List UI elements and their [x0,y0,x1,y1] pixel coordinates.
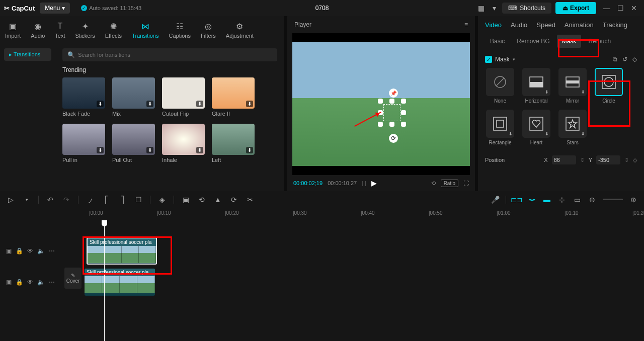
mask-mirror[interactable]: ⬇Mirror [557,68,588,104]
transition-item[interactable]: ⬇Mix [112,77,155,117]
transition-item[interactable]: ⬇Pull Out [112,124,155,163]
mask-stars[interactable]: ⬇Stars [557,110,588,145]
sub-tab-removebg[interactable]: Remove BG [512,35,554,48]
mask-horizontal[interactable]: ⬇Horizontal [521,68,551,104]
menu-button[interactable]: Menu ▾ [40,3,70,14]
bars-icon[interactable]: ||| [362,180,366,186]
ratio-button[interactable]: Ratio [441,180,458,187]
selection-tool[interactable]: ▷ [6,196,15,204]
close-button[interactable]: ✕ [631,4,637,12]
split-right-button[interactable]: ⎤ [118,196,127,204]
mask-heart[interactable]: ⬇Heart [521,110,551,145]
timeline-ruler[interactable]: |00:00 |00:10 |00:20 |00:30 |00:40 |00:5… [0,208,644,220]
scan-icon[interactable]: ⟲ [431,180,436,187]
chevron-down-icon[interactable]: ▾ [22,196,31,204]
expand-icon[interactable]: ▣ [6,247,12,254]
play-button[interactable]: ▶ [371,179,377,187]
tab-audio[interactable]: ◉Audio [26,19,50,41]
right-tab-animation[interactable]: Animation [565,21,594,29]
crop-button[interactable]: ✂ [246,196,255,204]
mute-icon[interactable]: 🔈 [37,279,45,286]
split-button[interactable]: ⵰ [86,196,95,204]
reset-icon[interactable]: ↺ [622,56,627,63]
transition-item[interactable]: ⬇Glare II [212,77,255,117]
mask-none[interactable]: None [485,68,515,104]
preview-button[interactable]: ▭ [573,196,582,204]
mirror-button[interactable]: ▲ [213,196,222,204]
search-field[interactable] [78,52,272,58]
keyframe-icon[interactable]: ◇ [632,56,637,63]
shortcuts-button[interactable]: ⌨ Shortcuts [502,3,551,14]
tab-effects[interactable]: ✺Effects [100,19,127,41]
mask-rectangle[interactable]: ⬇Rectangle [485,110,515,145]
minimize-button[interactable]: — [603,4,610,12]
tab-filters[interactable]: ◎Filters [196,19,221,41]
sidebar-item-transitions[interactable]: ▸ Transitions [4,48,51,61]
download-icon[interactable]: ⬇ [196,147,203,153]
maximize-button[interactable]: ☐ [617,4,624,12]
rotate-button[interactable]: ⟳ [229,196,238,204]
right-tab-speed[interactable]: Speed [536,21,555,29]
link-button[interactable]: ⫘ [527,196,536,204]
download-icon[interactable]: ⬇ [97,147,104,153]
zoom-in-button[interactable]: ⊕ [629,196,638,204]
mask-transform-handles[interactable] [380,101,404,124]
zoom-out-button[interactable]: ⊖ [588,196,597,204]
sub-tab-basic[interactable]: Basic [485,35,510,48]
rotate-icon[interactable]: ⟳ [389,134,398,143]
search-input[interactable]: 🔍 [62,48,277,61]
split-left-button[interactable]: ⎡ [102,196,111,204]
copy-icon[interactable]: ⧉ [613,56,617,63]
snap-button[interactable]: ▬ [542,196,551,204]
more-icon[interactable]: ⋯ [49,247,55,254]
tab-transitions[interactable]: ⋈Transitions [127,19,164,41]
cover-button[interactable]: ✎ Cover [64,268,82,289]
right-tab-tracking[interactable]: Tracking [603,21,627,29]
tab-stickers[interactable]: ✦Stickers [70,19,100,41]
download-icon[interactable]: ⬇ [146,147,153,153]
player-menu-icon[interactable]: ≡ [464,21,468,28]
transition-item[interactable]: ⬇Left [212,124,255,163]
position-x-input[interactable] [552,155,576,164]
more-icon[interactable]: ⋯ [49,279,55,286]
visibility-icon[interactable]: 👁 [27,247,33,254]
fullscreen-icon[interactable]: ⛶ [463,180,469,186]
keyframe-icon[interactable]: ◇ [633,157,637,163]
align-button[interactable]: ⊹ [557,196,567,204]
transition-item[interactable]: ⬇Black Fade [62,77,105,117]
marker-button[interactable]: ◈ [157,196,167,204]
redo-button[interactable]: ↷ [62,196,71,204]
player-preview[interactable]: 📌 ⟳ [292,33,470,175]
visibility-icon[interactable]: 👁 [27,279,33,286]
delete-button[interactable]: ☐ [134,196,143,204]
layout-icon[interactable]: ▦ [476,2,487,14]
download-icon[interactable]: ⬇ [97,101,104,107]
tab-captions[interactable]: ☷Captions [164,19,195,41]
group-button[interactable]: ▣ [181,196,190,204]
right-tab-video[interactable]: Video [485,21,502,29]
download-icon[interactable]: ⬇ [246,101,253,107]
tab-text[interactable]: TText [50,19,70,41]
reverse-button[interactable]: ⟲ [197,196,206,204]
download-icon[interactable]: ⬇ [196,101,203,107]
mute-icon[interactable]: 🔈 [37,247,45,254]
magnet-button[interactable]: ⊏⊐ [512,196,521,204]
mic-button[interactable]: 🎤 [491,196,500,204]
zoom-slider[interactable] [603,199,623,200]
position-y-input[interactable] [596,155,620,164]
tab-adjustment[interactable]: ⚙Adjustment [221,19,259,41]
download-icon[interactable]: ⬇ [146,101,153,107]
expand-icon[interactable]: ▣ [6,279,12,286]
lock-icon[interactable]: 🔒 [16,247,23,254]
chevron-down-icon[interactable]: ▾ [491,2,498,14]
transition-item[interactable]: ⬇Cutout Flip [162,77,205,117]
transition-item[interactable]: ⬇Inhale [162,124,205,163]
export-button[interactable]: ⏏ Export [555,2,596,14]
tab-import[interactable]: ▣Import [0,19,26,41]
pin-icon[interactable]: 📌 [389,89,398,98]
transition-item[interactable]: ⬇Pull in [62,124,105,163]
download-icon[interactable]: ⬇ [246,147,253,153]
right-tab-audio[interactable]: Audio [511,21,527,29]
mask-checkbox[interactable]: ✓ [485,56,492,63]
undo-button[interactable]: ↶ [46,196,55,204]
